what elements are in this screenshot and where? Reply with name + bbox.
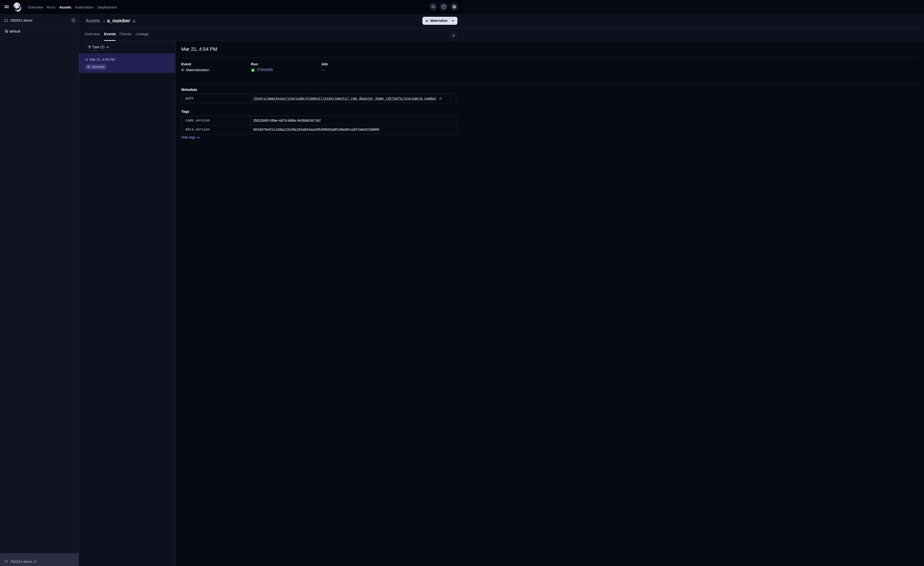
svg-text:?: ? [443, 5, 444, 8]
